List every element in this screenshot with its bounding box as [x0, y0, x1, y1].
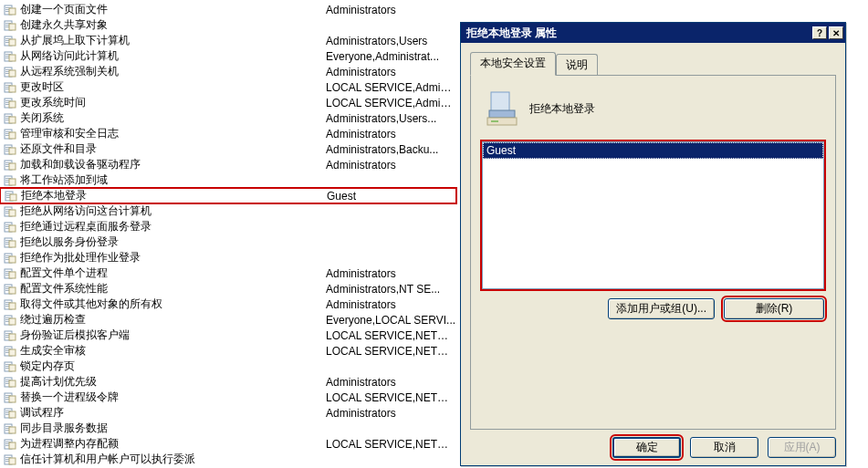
policy-row-icon [4, 36, 16, 47]
user-list-item[interactable]: Guest [483, 142, 823, 159]
policy-row-value: Administrators,NT SE... [326, 283, 456, 296]
policy-row[interactable]: 替换一个进程级令牌LOCAL SERVICE,NETWOR... [0, 390, 456, 405]
policy-row[interactable]: 为进程调整内存配额LOCAL SERVICE,NETWOR... [0, 436, 456, 452]
policy-row-name: 取得文件或其他对象的所有权 [20, 296, 326, 312]
policy-row-icon [4, 144, 16, 155]
svg-rect-24 [9, 70, 16, 77]
svg-rect-153 [491, 120, 498, 122]
policy-row[interactable]: 加载和卸载设备驱动程序Administrators [0, 157, 456, 172]
delete-button[interactable]: 删除(R) [724, 298, 824, 319]
policy-row-name: 拒绝从网络访问这台计算机 [20, 203, 326, 219]
policy-row[interactable]: 更改时区LOCAL SERVICE,Admini... [0, 79, 456, 95]
policy-row-name: 调试程序 [20, 405, 326, 421]
svg-rect-19 [9, 55, 16, 61]
policy-row-icon [4, 423, 16, 434]
svg-rect-34 [9, 101, 16, 108]
policy-row[interactable]: 配置文件单个进程Administrators [0, 265, 456, 281]
policy-row-name: 信任计算机和用户帐户可以执行委派 [20, 452, 326, 467]
ok-button[interactable]: 确定 [612, 437, 681, 458]
policy-row-icon [4, 51, 16, 62]
policy-row-value: Administrators [326, 267, 456, 280]
policy-row[interactable]: 拒绝作为批处理作业登录 [0, 250, 456, 265]
policy-row[interactable]: 更改系统时间LOCAL SERVICE,Admini... [0, 95, 456, 110]
policy-row-name: 身份验证后模拟客户端 [20, 328, 326, 343]
svg-rect-49 [9, 148, 16, 154]
policy-row-icon [4, 20, 16, 31]
policy-row[interactable]: 创建一个页面文件Administrators [0, 2, 456, 17]
policy-row-name: 创建一个页面文件 [20, 2, 326, 17]
policy-row[interactable]: 身份验证后模拟客户端LOCAL SERVICE,NETWOR... [0, 328, 456, 343]
policy-row-icon [4, 439, 16, 450]
policy-row[interactable]: 从扩展坞上取下计算机Administrators,Users [0, 33, 456, 48]
dialog-titlebar[interactable]: 拒绝本地登录 属性 ? ✕ [461, 23, 845, 43]
policy-row-name: 从网络访问此计算机 [20, 48, 326, 64]
svg-rect-64 [10, 194, 16, 201]
policy-row-name: 替换一个进程级令牌 [20, 390, 326, 405]
policy-row-name: 更改系统时间 [20, 95, 326, 110]
policy-row-icon [4, 175, 16, 186]
policy-icon [486, 90, 518, 127]
policy-row[interactable]: 锁定内存页 [0, 359, 456, 374]
policy-row[interactable]: 拒绝通过远程桌面服务登录 [0, 219, 456, 234]
policy-row-icon [4, 299, 16, 310]
cancel-button[interactable]: 取消 [690, 437, 758, 458]
policy-row[interactable]: 取得文件或其他对象的所有权Administrators [0, 296, 456, 312]
policy-row-name: 管理审核和安全日志 [20, 126, 326, 141]
svg-rect-89 [9, 272, 16, 278]
add-user-button[interactable]: 添加用户或组(U)... [608, 298, 715, 319]
policy-row[interactable]: 拒绝本地登录Guest [0, 188, 456, 203]
tab-local-security[interactable]: 本地安全设置 [470, 52, 556, 76]
tab-explain[interactable]: 说明 [556, 54, 598, 75]
svg-rect-4 [9, 8, 16, 15]
policy-row[interactable]: 绕过遍历检查Everyone,LOCAL SERVI... [0, 312, 456, 328]
policy-row-icon [4, 315, 16, 326]
policy-row[interactable]: 管理审核和安全日志Administrators [0, 126, 456, 141]
policy-row[interactable]: 关闭系统Administrators,Users... [0, 110, 456, 126]
policy-header-title: 拒绝本地登录 [529, 101, 595, 117]
policy-row[interactable]: 从网络访问此计算机Everyone,Administrat... [0, 48, 456, 64]
policy-row[interactable]: 提高计划优先级Administrators [0, 374, 456, 390]
policy-row[interactable]: 拒绝从网络访问这台计算机 [0, 203, 456, 219]
user-list[interactable]: Guest [482, 141, 824, 289]
policy-row[interactable]: 配置文件系统性能Administrators,NT SE... [0, 281, 456, 296]
policy-row-icon [4, 67, 16, 78]
policy-row[interactable]: 拒绝以服务身份登录 [0, 234, 456, 250]
policy-row-value: Everyone,LOCAL SERVI... [326, 314, 456, 327]
policy-row[interactable]: 将工作站添加到域 [0, 172, 456, 188]
help-button[interactable]: ? [812, 26, 827, 39]
policy-row-value: Everyone,Administrat... [326, 50, 456, 63]
policy-row-value: Guest [327, 190, 455, 203]
policy-row-icon [4, 82, 16, 93]
policy-row-value: Administrators [326, 376, 456, 389]
apply-button[interactable]: 应用(A) [768, 437, 836, 458]
policy-row-value: Administrators [326, 298, 456, 311]
svg-rect-144 [9, 442, 16, 449]
svg-rect-124 [9, 380, 16, 387]
policy-row[interactable]: 从远程系统强制关机Administrators [0, 64, 456, 79]
policy-row[interactable]: 还原文件和目录Administrators,Backu... [0, 141, 456, 157]
policy-row-value: Administrators [326, 128, 456, 140]
close-button[interactable]: ✕ [829, 26, 843, 39]
policy-list[interactable]: 创建一个页面文件Administrators创建永久共享对象从扩展坞上取下计算机… [0, 0, 456, 467]
svg-rect-54 [9, 163, 16, 170]
policy-row-icon [4, 129, 16, 140]
policy-row-name: 同步目录服务数据 [20, 421, 326, 436]
policy-row[interactable]: 生成安全审核LOCAL SERVICE,NETWOR... [0, 343, 456, 359]
policy-row-name: 提高计划优先级 [20, 374, 326, 390]
policy-row-value: LOCAL SERVICE,Admini... [326, 97, 456, 109]
svg-rect-149 [9, 458, 16, 464]
policy-row-name: 为进程调整内存配额 [20, 436, 326, 452]
policy-row[interactable]: 信任计算机和用户帐户可以执行委派 [0, 452, 456, 467]
svg-rect-44 [9, 132, 16, 139]
policy-row-value: Administrators [326, 66, 456, 78]
policy-row[interactable]: 创建永久共享对象 [0, 17, 456, 33]
policy-row[interactable]: 同步目录服务数据 [0, 421, 456, 436]
svg-rect-84 [9, 256, 16, 263]
policy-row-name: 从远程系统强制关机 [20, 64, 326, 79]
tab-panel-security: 拒绝本地登录 Guest 添加用户或组(U)... 删除(R) [470, 75, 836, 430]
policy-row-name: 配置文件单个进程 [20, 265, 326, 281]
svg-rect-74 [9, 225, 16, 232]
svg-rect-9 [9, 24, 16, 30]
policy-row[interactable]: 调试程序Administrators [0, 405, 456, 421]
svg-rect-29 [9, 86, 16, 92]
